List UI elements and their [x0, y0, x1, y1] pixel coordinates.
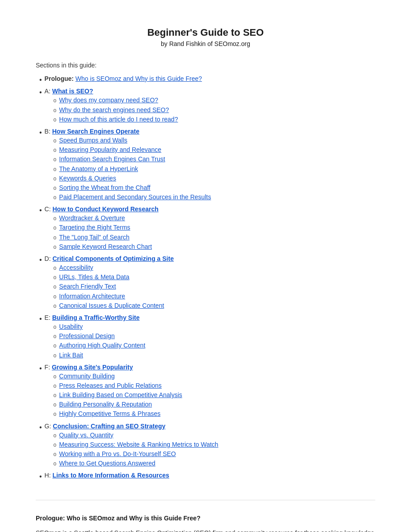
- toc-main-link[interactable]: Growing a Site's Popularity: [52, 364, 133, 371]
- toc-sub-link[interactable]: Keywords & Queries: [59, 175, 116, 182]
- toc-sub-link[interactable]: Community Building: [59, 373, 115, 380]
- toc-sub-link[interactable]: URLs, Titles & Meta Data: [59, 273, 129, 281]
- toc-sub-item: Community Building: [50, 373, 375, 381]
- toc-main-link[interactable]: What is SEO?: [52, 88, 93, 95]
- toc-sub-link[interactable]: Sample Keyword Research Chart: [59, 243, 152, 250]
- toc-sub-item: Measuring Popularity and Relevance: [50, 146, 375, 155]
- prologue-text: SEOmoz is a Seattle-based Search Engine …: [36, 528, 375, 532]
- sections-label: Sections in this guide:: [36, 62, 375, 69]
- toc-item: A: What is SEO?Why does my company need …: [39, 88, 375, 125]
- toc-main-link[interactable]: Links to More Information & Resources: [53, 472, 169, 479]
- toc-item: D: Critical Components of Optimizing a S…: [39, 255, 375, 311]
- table-of-contents: Prologue: Who is SEOmoz and Why is this …: [36, 75, 375, 482]
- toc-sub-item: Usability: [50, 323, 375, 331]
- prologue-text-1: SEOmoz is a Seattle-based Search Engine …: [36, 529, 374, 532]
- toc-sub-link[interactable]: Canonical Issues & Duplicate Content: [59, 302, 164, 309]
- page-header: Beginner's Guide to SEO by Rand Fishkin …: [36, 27, 375, 47]
- toc-sub-item: Speed Bumps and Walls: [50, 137, 375, 145]
- toc-sub-link[interactable]: The Anatomy of a HyperLink: [59, 165, 138, 172]
- toc-sub-link[interactable]: How much of this article do I need to re…: [59, 116, 178, 123]
- toc-sub-item: Building Personality & Reputation: [50, 401, 375, 409]
- toc-sub-item: Link Building Based on Competitive Analy…: [50, 391, 375, 400]
- toc-sub-item: Quality vs. Quantity: [50, 431, 375, 440]
- toc-sub-item: The "Long Tail" of Search: [50, 234, 375, 242]
- toc-item: F: Growing a Site's PopularityCommunity …: [39, 364, 375, 420]
- toc-sub-item: How much of this article do I need to re…: [50, 116, 375, 124]
- page-subtitle: by Rand Fishkin of SEOmoz.org: [36, 40, 375, 47]
- toc-sub-item: Why does my company need SEO?: [50, 96, 375, 105]
- toc-main-link[interactable]: Critical Components of Optimizing a Site: [53, 255, 174, 262]
- toc-sub-link[interactable]: Targeting the Right Terms: [59, 224, 130, 231]
- toc-sub-link[interactable]: Search Friendly Text: [59, 283, 116, 290]
- toc-item: H: Links to More Information & Resources: [39, 472, 375, 482]
- toc-item: B: How Search Engines OperateSpeed Bumps…: [39, 128, 375, 203]
- toc-sub-item: Paid Placement and Secondary Sources in …: [50, 193, 375, 202]
- toc-item: Prologue: Who is SEOmoz and Why is this …: [39, 75, 375, 85]
- section-divider: [36, 500, 375, 500]
- toc-sub-item: Working with a Pro vs. Do-It-Yourself SE…: [50, 450, 375, 459]
- toc-item: G: Conclusion: Crafting an SEO StrategyQ…: [39, 423, 375, 469]
- toc-sub-link[interactable]: Where to Get Questions Answered: [59, 460, 155, 467]
- toc-sub-item: Why do the search engines need SEO?: [50, 106, 375, 115]
- toc-sub-item: Canonical Issues & Duplicate Content: [50, 302, 375, 310]
- toc-sub-link[interactable]: Measuring Popularity and Relevance: [59, 146, 161, 153]
- toc-sub-link[interactable]: Sorting the Wheat from the Chaff: [59, 184, 150, 191]
- toc-sub-link[interactable]: Link Bait: [59, 352, 83, 359]
- toc-sub-item: Keywords & Queries: [50, 175, 375, 183]
- toc-main-link[interactable]: Building a Traffic-Worthy Site: [52, 314, 140, 321]
- toc-sub-link[interactable]: Highly Competitive Terms & Phrases: [59, 410, 160, 417]
- toc-sub-item: Accessibility: [50, 264, 375, 272]
- toc-item: E: Building a Traffic-Worthy SiteUsabili…: [39, 314, 375, 361]
- toc-sub-link[interactable]: Link Building Based on Competitive Analy…: [59, 391, 182, 398]
- toc-sub-item: Link Bait: [50, 352, 375, 360]
- toc-sub-link[interactable]: Measuring Success: Website & Ranking Met…: [59, 441, 218, 448]
- toc-sub-item: Sorting the Wheat from the Chaff: [50, 184, 375, 193]
- toc-sub-item: Where to Get Questions Answered: [50, 460, 375, 468]
- toc-main-link[interactable]: Conclusion: Crafting an SEO Strategy: [53, 423, 165, 430]
- toc-sub-link[interactable]: Information Search Engines Can Trust: [59, 155, 165, 163]
- prologue-heading: Prologue: Who is SEOmoz and Why is this …: [36, 515, 375, 522]
- toc-sub-link[interactable]: Quality vs. Quantity: [59, 431, 113, 439]
- toc-sub-item: Wordtracker & Overture: [50, 214, 375, 223]
- page-title: Beginner's Guide to SEO: [36, 27, 375, 38]
- toc-sub-link[interactable]: Speed Bumps and Walls: [59, 137, 127, 144]
- toc-label: Prologue:: [45, 75, 75, 82]
- toc-sub-item: Targeting the Right Terms: [50, 224, 375, 232]
- toc-sub-link[interactable]: Paid Placement and Secondary Sources in …: [59, 193, 211, 201]
- toc-sub-link[interactable]: The "Long Tail" of Search: [59, 234, 130, 241]
- toc-sub-item: The Anatomy of a HyperLink: [50, 165, 375, 174]
- toc-sub-link[interactable]: Working with a Pro vs. Do-It-Yourself SE…: [59, 450, 176, 457]
- toc-sub-item: Measuring Success: Website & Ranking Met…: [50, 441, 375, 449]
- toc-sub-item: Press Releases and Public Relations: [50, 382, 375, 390]
- toc-sub-item: Information Search Engines Can Trust: [50, 155, 375, 164]
- toc-item: C: How to Conduct Keyword ResearchWordtr…: [39, 205, 375, 252]
- toc-sub-item: Authoring High Quality Content: [50, 342, 375, 350]
- toc-sub-item: Sample Keyword Research Chart: [50, 243, 375, 251]
- toc-sub-item: URLs, Titles & Meta Data: [50, 273, 375, 282]
- toc-sub-item: Highly Competitive Terms & Phrases: [50, 410, 375, 419]
- toc-sub-item: Search Friendly Text: [50, 283, 375, 291]
- toc-sub-link[interactable]: Wordtracker & Overture: [59, 214, 125, 222]
- toc-sub-item: Information Architecture: [50, 293, 375, 301]
- toc-sub-item: Professional Design: [50, 332, 375, 341]
- toc-sub-link[interactable]: Usability: [59, 323, 83, 330]
- toc-main-link[interactable]: How Search Engines Operate: [52, 128, 139, 135]
- toc-sub-link[interactable]: Why does my company need SEO?: [59, 96, 158, 104]
- toc-sub-link[interactable]: Building Personality & Reputation: [59, 401, 152, 408]
- toc-main-link[interactable]: How to Conduct Keyword Research: [53, 205, 159, 213]
- toc-sub-link[interactable]: Press Releases and Public Relations: [59, 382, 162, 389]
- toc-sub-link[interactable]: Information Architecture: [59, 293, 125, 300]
- toc-sub-link[interactable]: Why do the search engines need SEO?: [59, 106, 169, 113]
- toc-main-link[interactable]: Who is SEOmoz and Why is this Guide Free…: [75, 75, 202, 82]
- toc-sub-link[interactable]: Accessibility: [59, 264, 93, 271]
- toc-sub-link[interactable]: Authoring High Quality Content: [59, 342, 145, 349]
- toc-sub-link[interactable]: Professional Design: [59, 332, 115, 339]
